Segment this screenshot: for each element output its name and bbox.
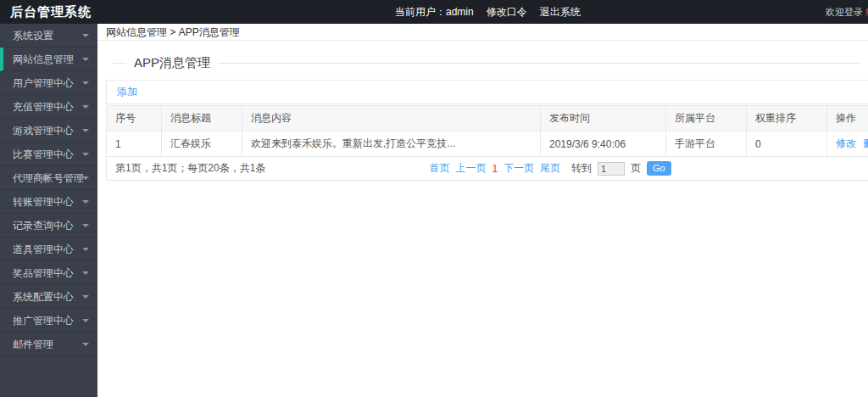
pagination-summary: 第1页，共1页；每页20条，共1条 <box>115 161 265 176</box>
sidebar-item-label: 系统设置 <box>13 30 53 42</box>
sidebar-item-label: 游戏管理中心 <box>13 125 74 137</box>
chevron-down-icon <box>82 271 89 275</box>
col-header-weight: 权重排序 <box>747 106 827 131</box>
sidebar-item-label: 网站信息管理 <box>13 53 74 65</box>
topbar-user-area: 当前用户：admin 修改口令 退出系统 <box>395 0 581 24</box>
welcome-prefix: 欢迎登录 <box>826 7 865 17</box>
delete-link[interactable]: 删除 <box>863 137 868 149</box>
sidebar-item-label: 道具管理中心 <box>13 243 74 255</box>
edit-link[interactable]: 修改 <box>836 137 856 149</box>
table-header-row: 序号 消息标题 消息内容 发布时间 所属平台 权重排序 操作 <box>107 106 868 131</box>
app-title: 后台管理系统 <box>10 0 92 24</box>
title-line-right <box>218 63 860 64</box>
sidebar-item-label: 奖品管理中心 <box>13 267 74 279</box>
chevron-down-icon <box>82 34 89 37</box>
chevron-down-icon <box>82 295 89 299</box>
current-user-label: 当前用户：admin <box>395 5 474 20</box>
sidebar-item-agent-account-mgmt[interactable]: 代理商帐号管理 <box>0 166 97 190</box>
content-panel: 添加 序号 消息标题 消息内容 发布时间 所属平台 权重排序 操作 <box>106 80 868 181</box>
col-header-platform: 所属平台 <box>666 106 747 131</box>
chevron-down-icon <box>82 248 89 251</box>
cell-title: 汇春娱乐 <box>162 131 242 157</box>
goto-page-input[interactable] <box>598 162 625 176</box>
sidebar: 系统设置 网站信息管理 用户管理中心 充值管理中心 游戏管理中心 比赛管理中心 … <box>0 24 97 397</box>
cell-no: 1 <box>107 131 162 157</box>
chevron-down-icon <box>82 105 89 109</box>
sidebar-item-label: 充值管理中心 <box>13 101 74 113</box>
col-header-title: 消息标题 <box>162 106 242 131</box>
chevron-down-icon <box>82 81 89 85</box>
chevron-down-icon <box>82 224 89 227</box>
chevron-down-icon <box>82 176 89 180</box>
sidebar-item-label: 用户管理中心 <box>13 77 74 89</box>
page-title-row: APP消息管理 <box>113 56 860 70</box>
go-button[interactable]: Go <box>647 161 671 176</box>
logout-link[interactable]: 退出系统 <box>540 5 581 20</box>
sidebar-item-label: 记录查询中心 <box>13 220 74 232</box>
sidebar-item-system-settings[interactable]: 系统设置 <box>0 24 97 48</box>
chevron-down-icon <box>82 129 89 132</box>
sidebar-item-label: 代理商帐号管理 <box>13 172 84 184</box>
welcome-text: 欢迎登录 红 <box>826 0 868 24</box>
next-page-link[interactable]: 下一页 <box>504 161 534 176</box>
main-content: 网站信息管理 > APP消息管理 APP消息管理 添加 序号 消息标题 消息内容 <box>97 24 868 397</box>
chevron-down-icon <box>82 153 89 156</box>
messages-table: 序号 消息标题 消息内容 发布时间 所属平台 权重排序 操作 1 汇春娱乐 欢迎… <box>106 105 868 157</box>
goto-label: 转到 <box>571 161 592 176</box>
cell-publish-time: 2019/3/6 9:40:06 <box>541 131 666 157</box>
change-password-link[interactable]: 修改口令 <box>487 5 527 20</box>
sidebar-item-mail-mgmt[interactable]: 邮件管理 <box>0 333 97 356</box>
sidebar-item-prize-mgmt[interactable]: 奖品管理中心 <box>0 261 97 285</box>
sidebar-item-label: 转账管理中心 <box>13 196 74 208</box>
breadcrumb: 网站信息管理 > APP消息管理 <box>97 24 868 41</box>
topbar: 后台管理系统 当前用户：admin 修改口令 退出系统 欢迎登录 红 <box>0 0 868 24</box>
sidebar-item-promotion-mgmt[interactable]: 推广管理中心 <box>0 309 97 333</box>
col-header-content: 消息内容 <box>242 106 541 131</box>
chevron-down-icon <box>82 58 89 61</box>
sidebar-item-user-mgmt[interactable]: 用户管理中心 <box>0 71 97 95</box>
sidebar-item-match-mgmt[interactable]: 比赛管理中心 <box>0 143 97 166</box>
col-header-no: 序号 <box>107 106 162 131</box>
chevron-down-icon <box>82 319 89 322</box>
cell-actions: 修改删除 <box>827 131 868 157</box>
sidebar-item-recharge-mgmt[interactable]: 充值管理中心 <box>0 95 97 119</box>
cell-weight: 0 <box>747 131 827 157</box>
pager-links: 首页 上一页 1 下一页 尾页 转到 页 Go <box>429 161 670 176</box>
page-title: APP消息管理 <box>134 55 210 71</box>
current-page: 1 <box>492 163 498 175</box>
sidebar-item-label: 推广管理中心 <box>13 315 74 327</box>
last-page-link[interactable]: 尾页 <box>540 161 560 176</box>
sidebar-item-system-config[interactable]: 系统配置中心 <box>0 285 97 309</box>
col-header-actions: 操作 <box>827 106 868 131</box>
title-line-left <box>113 63 126 64</box>
sidebar-item-props-mgmt[interactable]: 道具管理中心 <box>0 238 97 261</box>
page-unit-label: 页 <box>631 161 641 176</box>
sidebar-item-transfer-mgmt[interactable]: 转账管理中心 <box>0 190 97 214</box>
sidebar-item-site-info[interactable]: 网站信息管理 <box>0 48 97 71</box>
chevron-down-icon <box>82 343 89 346</box>
sidebar-item-label: 系统配置中心 <box>13 291 74 303</box>
sidebar-item-record-query[interactable]: 记录查询中心 <box>0 214 97 238</box>
col-header-publish-time: 发布时间 <box>541 106 666 131</box>
first-page-link[interactable]: 首页 <box>429 161 449 176</box>
pagination: 第1页，共1页；每页20条，共1条 首页 上一页 1 下一页 尾页 转到 页 G… <box>106 157 868 181</box>
cell-content: 欢迎来到泰禾娱乐。重新出发,打造公平竞技... <box>242 131 541 157</box>
sidebar-item-game-mgmt[interactable]: 游戏管理中心 <box>0 119 97 143</box>
prev-page-link[interactable]: 上一页 <box>455 161 486 176</box>
sidebar-item-label: 比赛管理中心 <box>13 148 74 160</box>
sidebar-item-label: 邮件管理 <box>13 338 53 350</box>
add-button[interactable]: 添加 <box>117 86 137 98</box>
cell-platform: 手游平台 <box>666 131 747 157</box>
toolbar: 添加 <box>106 80 868 104</box>
table-row: 1 汇春娱乐 欢迎来到泰禾娱乐。重新出发,打造公平竞技... 2019/3/6 … <box>107 131 868 157</box>
chevron-down-icon <box>82 200 89 204</box>
